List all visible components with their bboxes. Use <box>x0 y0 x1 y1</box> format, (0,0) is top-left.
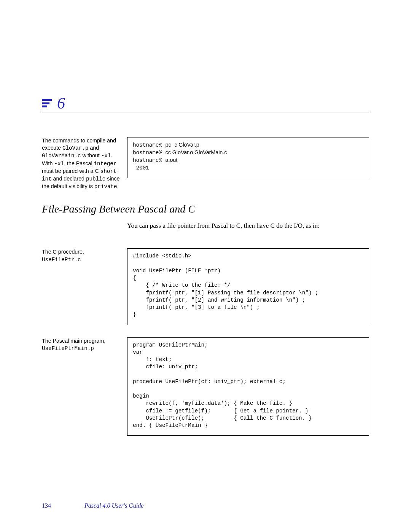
code-c-procedure: #include <stdio.h> void UseFilePtr (FILE… <box>127 248 369 325</box>
page-footer: 134 Pascal 4.0 User's Guide <box>42 502 369 509</box>
chapter-icon <box>42 99 52 107</box>
book-title: Pascal 4.0 User's Guide <box>84 502 143 509</box>
code-compile-output: hostname% pc -c GloVar.p hostname% cc Gl… <box>127 137 369 178</box>
chapter-number: 6 <box>57 95 65 111</box>
sidebar-pascal-program: The Pascal main program,UseFilePtrMain.p <box>42 337 120 352</box>
section-title: File-Passing Between Pascal and C <box>42 203 369 215</box>
example-block-commands: The commands to compile and execute GloV… <box>42 137 369 191</box>
sidebar-compile-note: The commands to compile and execute GloV… <box>42 137 120 191</box>
chapter-heading: 6 <box>42 95 369 112</box>
code-pascal-program: program UseFilePtrMain; var f: text; cfi… <box>127 337 369 436</box>
example-block-c-procedure: The C procedure,UseFilePtr.c #include <s… <box>42 248 369 325</box>
example-block-pascal-program: The Pascal main program,UseFilePtrMain.p… <box>42 337 369 436</box>
page-number: 134 <box>42 502 51 509</box>
section-intro: You can pass a file pointer from Pascal … <box>127 221 369 230</box>
sidebar-c-procedure: The C procedure,UseFilePtr.c <box>42 248 120 263</box>
